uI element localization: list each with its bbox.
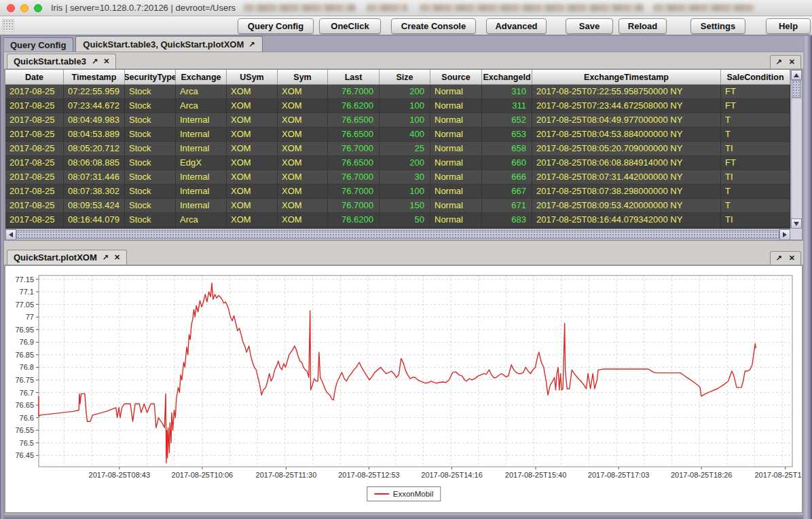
table-cell: 2017-08-25 [5, 199, 64, 213]
table-cell: 25 [380, 142, 430, 156]
close-icon[interactable]: ✕ [789, 58, 795, 66]
toolbar-grip[interactable] [2, 19, 14, 32]
close-icon[interactable]: ✕ [789, 254, 795, 262]
column-header-source[interactable]: Source [430, 70, 482, 85]
toolbar-button-save[interactable]: Save [566, 18, 613, 34]
vertical-scrollbar-track[interactable] [791, 98, 802, 218]
y-axis-tick-label: 77.15 [15, 275, 34, 284]
toolbar-button-create-console[interactable]: Create Console [391, 18, 476, 34]
table-cell: 30 [380, 170, 430, 185]
table-cell: 08:06:08.885 [64, 156, 125, 170]
table-row[interactable]: 2017-08-2507:23:44.672StockArcaXOMXOM76.… [5, 99, 790, 113]
plot-panel: QuickStart.plotXOM ↗ ✕ ↗ ✕ 76.4576.576.5… [4, 250, 803, 514]
table-row[interactable]: 2017-08-2508:07:38.302StockInternalXOMXO… [5, 185, 790, 199]
column-header-sym[interactable]: Sym [278, 70, 328, 85]
column-header-salecondition[interactable]: SaleCondition [721, 70, 790, 85]
close-window-button[interactable] [7, 4, 15, 12]
table-cell: Normal [430, 128, 482, 142]
column-header-exchangetimestamp[interactable]: ExchangeTimestamp [532, 70, 721, 85]
table-row[interactable]: 2017-08-2508:04:53.889StockInternalXOMXO… [5, 128, 790, 142]
table-row[interactable]: 2017-08-2507:22:55.959StockArcaXOMXOM76.… [5, 85, 790, 99]
table-row[interactable]: 2017-08-2508:05:20.712StockInternalXOMXO… [5, 142, 790, 156]
table-row[interactable]: 2017-08-2508:06:08.885StockEdgXXOMXOM76.… [5, 156, 790, 170]
horizontal-scrollbar-thumb[interactable] [16, 230, 779, 239]
tab-quickstart-table3[interactable]: QuickStart.table3 ↗ ✕ [7, 54, 116, 69]
column-header-timestamp[interactable]: Timestamp [64, 70, 125, 85]
table-cell: 07:22:55.959 [64, 85, 125, 99]
vertical-scrollbar-thumb[interactable] [792, 80, 801, 98]
window-frame-right[interactable] [803, 36, 812, 519]
toolbar-button-settings[interactable]: Settings [690, 18, 745, 34]
column-header-securitytype[interactable]: SecurityType [125, 70, 176, 85]
column-header-exchangeid[interactable]: ExchangeId [482, 70, 532, 85]
float-icon[interactable]: ↗ [92, 58, 98, 65]
table-cell: 100 [380, 113, 430, 128]
table-cell: 100 [380, 185, 430, 199]
table-row[interactable]: 2017-08-2508:16:44.079StockArcaXOMXOM76.… [5, 213, 790, 227]
y-axis-tick-label: 76.7 [20, 389, 34, 397]
table-cell: XOM [278, 99, 328, 113]
table-cell: XOM [227, 156, 278, 170]
x-axis-tick-label: 2017-08-25T10:06 [172, 471, 234, 479]
table-cell: Arca [176, 85, 227, 99]
x-axis-tick-label: 2017-08-25T18:26 [671, 471, 733, 479]
y-axis-tick-label: 76.5 [20, 439, 34, 447]
table-row[interactable]: 2017-08-2508:07:31.446StockInternalXOMXO… [5, 170, 790, 185]
close-icon[interactable]: ✕ [114, 254, 120, 261]
x-axis-tick-label: 2017-08-25T08:43 [89, 471, 151, 479]
scroll-down-button[interactable] [791, 218, 802, 229]
column-header-size[interactable]: Size [380, 70, 430, 85]
table-cell: 2017-08-25T08:04:49.977000000 NY [532, 113, 721, 128]
table-cell: 08:05:20.712 [64, 142, 125, 156]
table-cell: TI [721, 142, 790, 156]
horizontal-scrollbar[interactable] [5, 229, 790, 239]
float-icon[interactable]: ↗ [776, 58, 782, 66]
table-cell: XOM [278, 185, 328, 199]
table-row[interactable]: 2017-08-2508:09:53.424StockInternalXOMXO… [5, 199, 790, 213]
up-arrow-icon [794, 73, 799, 77]
table-cell: 2017-08-25T08:16:44.079342000 NY [532, 213, 721, 227]
column-header-exchange[interactable]: Exchange [176, 70, 227, 85]
tab-quickstart-plotxom[interactable]: QuickStart.plotXOM ↗ ✕ [7, 250, 127, 265]
table-cell: 667 [482, 185, 532, 199]
table-cell: Normal [430, 85, 482, 99]
toolbar-button-query-config[interactable]: Query Config [238, 18, 314, 34]
minimize-window-button[interactable] [20, 4, 29, 12]
table-cell: FT [721, 156, 790, 170]
float-icon[interactable]: ↗ [248, 41, 255, 48]
toolbar-button-help[interactable]: Help [766, 18, 811, 34]
table-cell: Normal [430, 99, 482, 113]
zoom-window-button[interactable] [34, 4, 42, 12]
table-cell: XOM [227, 199, 278, 213]
column-header-date[interactable]: Date [5, 70, 64, 85]
table-cell: XOM [278, 199, 328, 213]
y-axis-tick-label: 76.65 [15, 401, 34, 409]
scroll-left-button[interactable] [5, 229, 16, 240]
table-cell: Internal [176, 142, 227, 156]
vertical-scrollbar[interactable] [790, 70, 802, 229]
scroll-up-button[interactable] [791, 70, 802, 80]
toolbar-button-reload[interactable]: Reload [619, 18, 667, 34]
tab-query-config[interactable]: Query Config [3, 37, 73, 52]
scroll-right-button[interactable] [779, 229, 790, 240]
float-icon[interactable]: ↗ [776, 254, 782, 262]
column-header-last[interactable]: Last [328, 70, 380, 85]
table-cell: XOM [278, 85, 328, 99]
titlebar[interactable]: Iris | server=10.128.0.7:20126 | devroot… [0, 0, 812, 16]
tab-quickstart-workspace[interactable]: QuickStart.table3, QuickStart.plotXOM ↗ [75, 36, 262, 52]
y-axis-tick-label: 76.75 [15, 376, 34, 384]
toolbar-button-advanced[interactable]: Advanced [486, 18, 547, 34]
toolbar-button-oneclick[interactable]: OneClick [319, 18, 381, 34]
window-frame-bottom[interactable] [0, 514, 812, 519]
x-axis-tick-label: 2017-08-25T15:40 [505, 471, 567, 479]
table-cell: Normal [430, 213, 482, 227]
table-cell: Stock [125, 113, 176, 128]
close-icon[interactable]: ✕ [103, 58, 109, 65]
float-icon[interactable]: ↗ [103, 254, 109, 261]
tab-label: QuickStart.table3, QuickStart.plotXOM [83, 39, 244, 50]
table-cell: Stock [125, 170, 176, 185]
table-row[interactable]: 2017-08-2508:04:49.983StockInternalXOMXO… [5, 113, 790, 128]
price-chart[interactable]: 76.4576.576.5576.676.6576.776.7576.876.8… [5, 266, 802, 512]
column-header-usym[interactable]: USym [227, 70, 278, 85]
table-cell: 2017-08-25T08:06:08.884914000 NY [532, 156, 721, 170]
